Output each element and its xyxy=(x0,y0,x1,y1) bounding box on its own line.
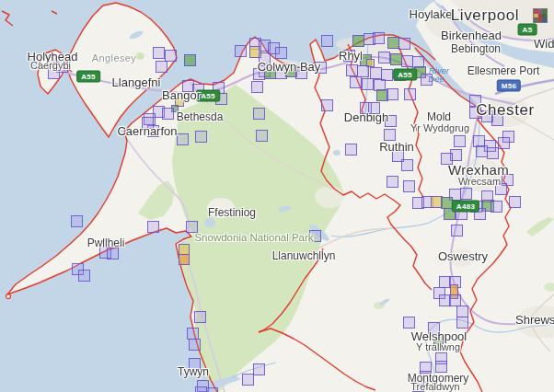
map-label: Bethesda xyxy=(177,110,224,123)
map-label: Oswestry xyxy=(438,249,488,263)
map-label: Ruthin xyxy=(379,140,414,154)
map-label: Hoylake xyxy=(410,7,453,21)
map-label: Liverpool xyxy=(451,6,519,25)
map-label: Dee xyxy=(428,74,444,84)
map-label: Denbigh xyxy=(344,110,388,124)
map-label: Wrexham xyxy=(448,162,509,178)
map-label: Y trallwng xyxy=(416,341,460,352)
map-style-thumbnail-icon[interactable] xyxy=(533,8,548,23)
map-label: Trefaldwyn xyxy=(410,381,459,392)
map-label: Bangor xyxy=(162,88,201,102)
map-canvas[interactable]: A55A55A55A5M56A483 HoylakeLiverpoolBirke… xyxy=(0,0,554,392)
labels-layer: HoylakeLiverpoolBirkenheadBebingtonElles… xyxy=(0,0,554,392)
map-label: Yr Wyddgrug xyxy=(410,122,469,133)
map-label: Llangefni xyxy=(112,75,161,89)
map-label: Ffestiniog xyxy=(208,206,256,219)
map-label: Pwllheli xyxy=(87,236,125,249)
map-label: Caergybi xyxy=(30,60,71,71)
map-label: Llanuwchllyn xyxy=(272,249,336,262)
map-label: Shrewsbury xyxy=(515,313,554,327)
map-label: Rhyl xyxy=(339,49,363,63)
map-label: Birkenhead xyxy=(441,29,502,42)
map-label: Chester xyxy=(476,101,535,120)
thumbnail-cell xyxy=(542,17,547,22)
map-label: Caernarfon xyxy=(117,124,177,138)
map-label: Anglesey xyxy=(92,52,136,63)
map-label: Ellesmere Port xyxy=(467,64,540,77)
map-label: Colwyn Bay xyxy=(258,60,321,74)
map-label: Wrecsam xyxy=(458,176,501,187)
map-label: Bebington xyxy=(451,42,501,55)
map-label: Mold xyxy=(427,110,451,123)
map-label: Widnes xyxy=(534,37,554,51)
map-label: Tywyn xyxy=(178,365,209,378)
map-label: Snowdonia National Park xyxy=(194,232,313,243)
